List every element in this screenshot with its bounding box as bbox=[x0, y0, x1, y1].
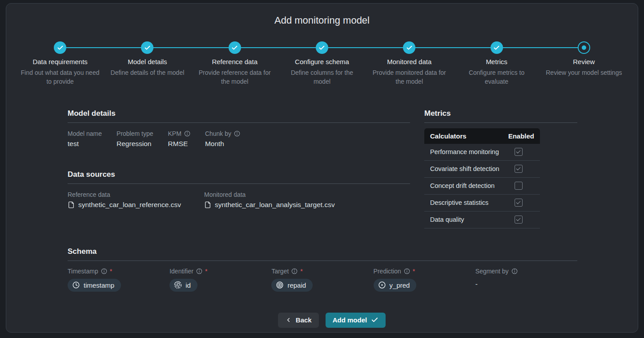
prediction-column-chip: y_pred bbox=[374, 279, 417, 292]
metric-label: Concept drift detection bbox=[430, 182, 495, 189]
field-label: KPM bbox=[168, 130, 181, 137]
column-header-calculators: Calculators bbox=[430, 132, 467, 140]
file-name: synthetic_car_loan_analysis_target.csv bbox=[215, 201, 335, 209]
info-icon[interactable] bbox=[196, 268, 202, 274]
divider bbox=[68, 261, 577, 261]
field-reference-data: Reference data synthetic_car_loan_refere… bbox=[68, 191, 204, 209]
field-label: Monitored data bbox=[204, 191, 246, 198]
chevron-left-icon bbox=[285, 317, 292, 323]
file-icon bbox=[68, 201, 75, 208]
step-subtitle: Define columns for the model bbox=[282, 68, 362, 86]
step-check-icon bbox=[229, 41, 241, 54]
step-check-icon bbox=[316, 41, 328, 54]
file-name: synthetic_car_loan_reference.csv bbox=[78, 201, 181, 209]
field-chunk-by: Chunk by Month bbox=[205, 130, 240, 148]
divider bbox=[68, 183, 410, 184]
info-icon[interactable] bbox=[101, 268, 107, 274]
step-subtitle: Find out what data you need to provide bbox=[20, 68, 101, 86]
checkbox-performance-monitoring[interactable] bbox=[515, 148, 523, 156]
info-icon[interactable] bbox=[184, 130, 190, 137]
checkbox-descriptive-statistics[interactable] bbox=[515, 199, 523, 207]
field-label: Model name bbox=[68, 130, 102, 137]
field-model-name: Model name test bbox=[68, 130, 102, 148]
step-configure-schema[interactable]: Configure schema Define columns for the … bbox=[278, 41, 366, 86]
required-asterisk bbox=[300, 268, 302, 275]
check-icon bbox=[371, 316, 378, 324]
metrics-table-header: Calculators Enabled bbox=[424, 128, 540, 144]
circle-dot-icon bbox=[378, 281, 386, 289]
step-title: Model details bbox=[104, 58, 191, 65]
field-label: Target bbox=[271, 268, 289, 275]
step-subtitle: Provide reference data for the model bbox=[194, 68, 275, 86]
field-label: Segment by bbox=[475, 268, 509, 275]
chip-label: id bbox=[185, 281, 191, 289]
step-subtitle: Configure metrics to evaluate bbox=[456, 68, 537, 86]
required-asterisk bbox=[413, 268, 415, 275]
add-monitoring-model-dialog: Add monitoring model Data requirements F… bbox=[6, 3, 638, 333]
info-icon[interactable] bbox=[404, 268, 410, 274]
step-data-requirements[interactable]: Data requirements Find out what data you… bbox=[16, 41, 104, 86]
info-icon[interactable] bbox=[511, 268, 518, 274]
divider bbox=[424, 122, 577, 123]
model-details-heading: Model details bbox=[68, 109, 410, 118]
schema-field-segment-by: Segment by - bbox=[475, 268, 577, 292]
back-button[interactable]: Back bbox=[278, 313, 319, 328]
metric-label: Descriptive statistics bbox=[430, 199, 488, 206]
target-icon bbox=[276, 281, 284, 289]
info-icon[interactable] bbox=[234, 130, 240, 137]
metrics-section: Metrics Calculators Enabled Performance … bbox=[424, 109, 577, 231]
add-model-button[interactable]: Add model bbox=[326, 313, 386, 328]
checkbox-data-quality[interactable] bbox=[515, 216, 523, 224]
field-kpm: KPM RMSE bbox=[168, 130, 190, 148]
schema-field-target: Target repaid bbox=[271, 268, 373, 292]
metric-label: Data quality bbox=[430, 216, 464, 223]
metric-label: Covariate shift detection bbox=[430, 165, 499, 172]
schema-section: Schema Timestamp timestamp Identifier bbox=[6, 247, 638, 292]
schema-field-prediction: Prediction y_pred bbox=[374, 268, 475, 292]
dialog-footer: Back Add model bbox=[6, 313, 638, 328]
schema-field-timestamp: Timestamp timestamp bbox=[68, 268, 169, 292]
metric-label: Performance monitoring bbox=[430, 148, 499, 155]
step-title: Metrics bbox=[453, 58, 540, 65]
metrics-table: Calculators Enabled Performance monitori… bbox=[424, 128, 540, 228]
field-label: Reference data bbox=[68, 191, 110, 198]
field-label: Prediction bbox=[374, 268, 401, 275]
metric-row-performance-monitoring: Performance monitoring bbox=[424, 144, 540, 161]
target-column-chip: repaid bbox=[271, 279, 313, 292]
step-title: Monitored data bbox=[366, 58, 453, 65]
field-label: Identifier bbox=[169, 268, 193, 275]
field-label: Chunk by bbox=[205, 130, 231, 137]
field-value: Regression bbox=[117, 140, 153, 148]
metric-row-concept-drift-detection: Concept drift detection bbox=[424, 178, 540, 195]
step-title: Configure schema bbox=[278, 58, 366, 65]
metric-row-covariate-shift-detection: Covariate shift detection bbox=[424, 161, 540, 178]
column-header-enabled: Enabled bbox=[508, 132, 534, 140]
chip-label: timestamp bbox=[84, 281, 114, 289]
field-value: RMSE bbox=[168, 140, 190, 148]
data-sources-heading: Data sources bbox=[68, 170, 410, 179]
step-monitored-data[interactable]: Monitored data Provide monitored data fo… bbox=[366, 41, 453, 86]
divider bbox=[68, 122, 410, 123]
step-subtitle: Provide monitored data for the model bbox=[369, 68, 450, 86]
checkbox-covariate-shift-detection[interactable] bbox=[515, 165, 523, 173]
step-review[interactable]: Review Review your model settings bbox=[540, 41, 628, 86]
step-reference-data[interactable]: Reference data Provide reference data fo… bbox=[191, 41, 278, 86]
step-metrics[interactable]: Metrics Configure metrics to evaluate bbox=[453, 41, 540, 86]
step-model-details[interactable]: Model details Define details of the mode… bbox=[104, 41, 191, 86]
back-button-label: Back bbox=[296, 316, 312, 324]
step-title: Data requirements bbox=[16, 58, 104, 65]
field-problem-type: Problem type Regression bbox=[117, 130, 153, 148]
step-check-icon bbox=[491, 41, 503, 54]
info-icon[interactable] bbox=[291, 268, 298, 274]
field-value: Month bbox=[205, 140, 240, 148]
segment-by-value: - bbox=[475, 280, 577, 288]
metric-row-data-quality: Data quality bbox=[424, 212, 540, 228]
field-value: test bbox=[68, 140, 102, 148]
step-current-icon bbox=[578, 41, 590, 54]
step-check-icon bbox=[141, 41, 153, 54]
step-check-icon bbox=[54, 41, 66, 54]
add-model-button-label: Add model bbox=[333, 316, 367, 324]
clock-icon bbox=[72, 281, 80, 289]
metric-row-descriptive-statistics: Descriptive statistics bbox=[424, 195, 540, 212]
checkbox-concept-drift-detection[interactable] bbox=[515, 182, 523, 190]
